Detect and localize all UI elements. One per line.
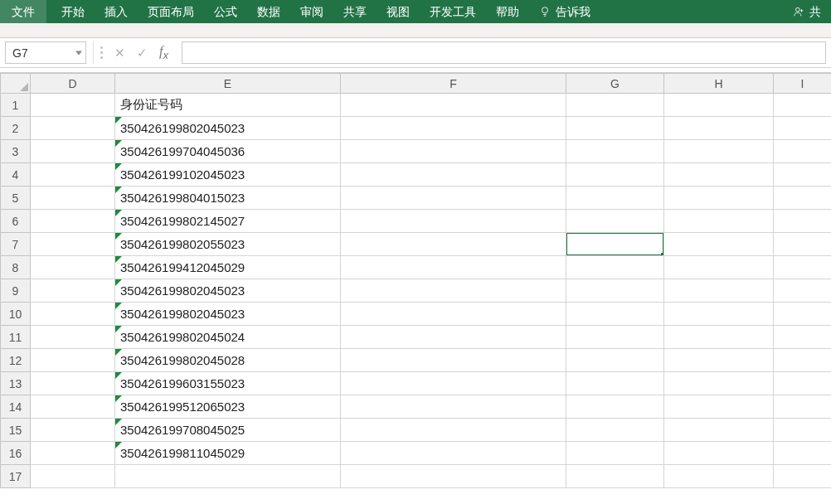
row-header[interactable]: 10: [1, 303, 31, 326]
col-header-H[interactable]: H: [664, 74, 774, 94]
cell-E5[interactable]: 350426199804015023: [115, 187, 341, 210]
cell-E17[interactable]: [115, 465, 341, 488]
cell-F5[interactable]: [341, 187, 566, 210]
cell-F9[interactable]: [341, 279, 566, 303]
cell-H1[interactable]: [664, 94, 774, 117]
cell-I7[interactable]: [774, 233, 832, 256]
cell-E14[interactable]: 350426199512065023: [115, 395, 341, 419]
cell-D16[interactable]: [31, 442, 115, 465]
cell-E8[interactable]: 350426199412045029: [115, 256, 341, 279]
row-header[interactable]: 8: [1, 256, 31, 279]
col-header-G[interactable]: G: [566, 74, 664, 94]
cell-D5[interactable]: [31, 187, 115, 210]
cell-E2[interactable]: 350426199802045023: [115, 117, 341, 140]
cell-D11[interactable]: [31, 326, 115, 349]
cell-G4[interactable]: [566, 163, 664, 187]
cell-G13[interactable]: [566, 372, 664, 395]
cell-D1[interactable]: [31, 94, 115, 117]
cell-G16[interactable]: [566, 442, 664, 465]
cell-I17[interactable]: [774, 465, 832, 488]
cell-F14[interactable]: [341, 395, 566, 419]
cell-E16[interactable]: 350426199811045029: [115, 442, 341, 465]
cell-H14[interactable]: [664, 395, 774, 419]
cell-I2[interactable]: [774, 117, 832, 140]
chevron-down-icon[interactable]: [75, 51, 82, 55]
cell-F17[interactable]: [341, 465, 566, 488]
cell-D2[interactable]: [31, 117, 115, 140]
cell-G11[interactable]: [566, 326, 664, 349]
spreadsheet-grid[interactable]: D E F G H I 1身份证号码2350426199802045023335…: [0, 73, 831, 488]
row-header[interactable]: 17: [1, 465, 31, 488]
col-header-I[interactable]: I: [774, 74, 832, 94]
cell-F13[interactable]: [341, 372, 566, 395]
ribbon-tab-file[interactable]: 文件: [0, 0, 46, 23]
cell-I15[interactable]: [774, 419, 832, 442]
cell-E12[interactable]: 350426199802045028: [115, 349, 341, 372]
cell-G6[interactable]: [566, 210, 664, 233]
cell-I3[interactable]: [774, 140, 832, 163]
cell-D8[interactable]: [31, 256, 115, 279]
cell-H4[interactable]: [664, 163, 774, 187]
row-header[interactable]: 15: [1, 419, 31, 442]
cell-H13[interactable]: [664, 372, 774, 395]
cell-D4[interactable]: [31, 163, 115, 187]
cell-F16[interactable]: [341, 442, 566, 465]
cell-G15[interactable]: [566, 419, 664, 442]
cell-E1[interactable]: 身份证号码: [115, 94, 341, 117]
cell-E6[interactable]: 350426199802145027: [115, 210, 341, 233]
row-header[interactable]: 6: [1, 210, 31, 233]
cell-H10[interactable]: [664, 303, 774, 326]
cell-E9[interactable]: 350426199802045023: [115, 279, 341, 303]
ribbon-tab-view[interactable]: 视图: [377, 0, 420, 23]
cell-H17[interactable]: [664, 465, 774, 488]
cell-F3[interactable]: [341, 140, 566, 163]
cell-I6[interactable]: [774, 210, 832, 233]
cell-E4[interactable]: 350426199102045023: [115, 163, 341, 187]
cell-H12[interactable]: [664, 349, 774, 372]
cell-D10[interactable]: [31, 303, 115, 326]
cell-H6[interactable]: [664, 210, 774, 233]
cell-F8[interactable]: [341, 256, 566, 279]
row-header[interactable]: 16: [1, 442, 31, 465]
col-header-D[interactable]: D: [31, 74, 115, 94]
cell-H15[interactable]: [664, 419, 774, 442]
ribbon-tab-insert[interactable]: 插入: [95, 0, 138, 23]
cell-D13[interactable]: [31, 372, 115, 395]
cell-E7[interactable]: 350426199802055023: [115, 233, 341, 256]
cell-I12[interactable]: [774, 349, 832, 372]
row-header[interactable]: 13: [1, 372, 31, 395]
cell-G14[interactable]: [566, 395, 664, 419]
cell-H3[interactable]: [664, 140, 774, 163]
cell-F7[interactable]: [341, 233, 566, 256]
select-all-corner[interactable]: [1, 74, 31, 94]
cell-H8[interactable]: [664, 256, 774, 279]
cell-E15[interactable]: 350426199708045025: [115, 419, 341, 442]
cell-F15[interactable]: [341, 419, 566, 442]
cell-D12[interactable]: [31, 349, 115, 372]
cell-E10[interactable]: 350426199802045023: [115, 303, 341, 326]
cell-D3[interactable]: [31, 140, 115, 163]
formula-input[interactable]: [182, 41, 826, 64]
row-header[interactable]: 4: [1, 163, 31, 187]
cell-G1[interactable]: [566, 94, 664, 117]
cell-D17[interactable]: [31, 465, 115, 488]
more-icon[interactable]: [100, 46, 103, 59]
ribbon-tab-pagelayout[interactable]: 页面布局: [138, 0, 204, 23]
ribbon-tab-review[interactable]: 审阅: [290, 0, 333, 23]
cell-I4[interactable]: [774, 163, 832, 187]
cell-D9[interactable]: [31, 279, 115, 303]
cell-F12[interactable]: [341, 349, 566, 372]
cancel-formula-button[interactable]: ✕: [114, 46, 125, 61]
cell-H7[interactable]: [664, 233, 774, 256]
cell-E11[interactable]: 350426199802045024: [115, 326, 341, 349]
ribbon-share[interactable]: 共: [783, 0, 831, 23]
cell-E13[interactable]: 350426199603155023: [115, 372, 341, 395]
row-header[interactable]: 2: [1, 117, 31, 140]
cell-G12[interactable]: [566, 349, 664, 372]
ribbon-tab-help[interactable]: 帮助: [486, 0, 529, 23]
cell-H5[interactable]: [664, 187, 774, 210]
cell-F6[interactable]: [341, 210, 566, 233]
insert-function-button[interactable]: fx: [159, 44, 168, 61]
fill-handle[interactable]: [661, 253, 664, 256]
cell-I10[interactable]: [774, 303, 832, 326]
